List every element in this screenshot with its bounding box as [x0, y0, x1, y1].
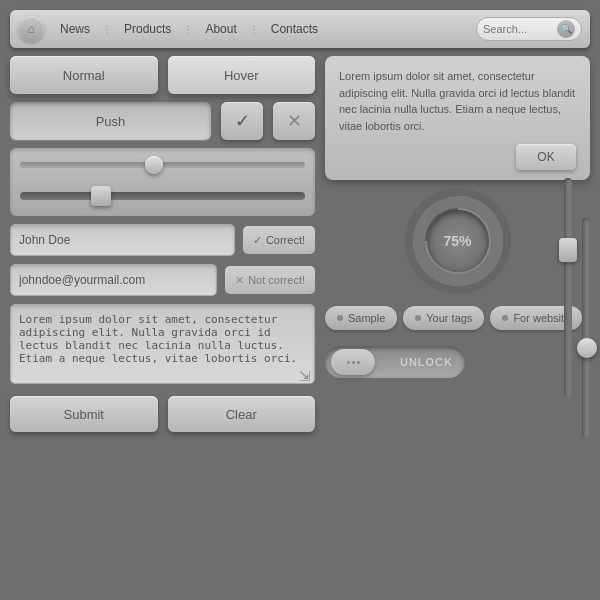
unlock-row: UNLOCK — [325, 346, 590, 378]
main-textarea[interactable]: Lorem ipsum dolor sit amet, consectetur … — [10, 304, 315, 384]
unlock-thumb — [331, 349, 375, 375]
nav-item-products[interactable]: Products — [116, 18, 179, 40]
textarea-wrap: Lorem ipsum dolor sit amet, consectetur … — [10, 304, 315, 388]
nav-sep-1: ⋮ — [102, 24, 112, 35]
submit-row: Submit Clear — [10, 396, 315, 432]
unlock-label: UNLOCK — [400, 356, 453, 368]
incorrect-label: Not correct! — [248, 274, 305, 286]
correct-label: Correct! — [266, 234, 305, 246]
submit-button[interactable]: Submit — [10, 396, 158, 432]
tag-label-website: For website — [513, 312, 570, 324]
circular-progress: 75% — [413, 196, 503, 286]
tag-sample[interactable]: Sample — [325, 306, 397, 330]
dialog-text: Lorem ipsum dolor sit amet, consectetur … — [339, 68, 576, 134]
nav-item-about[interactable]: About — [197, 18, 244, 40]
checkbox-checked[interactable]: ✓ — [221, 102, 263, 140]
button-row-2: Push ✓ ✕ — [10, 102, 315, 140]
search-input[interactable] — [483, 23, 553, 35]
correct-badge: ✓ Correct! — [243, 226, 315, 254]
x-icon: ✕ — [235, 274, 244, 287]
tag-label-sample: Sample — [348, 312, 385, 324]
name-field-group: ✓ Correct! — [10, 224, 315, 256]
slider-thumb-1[interactable] — [145, 156, 163, 174]
v-slider-thumb-2[interactable] — [577, 338, 597, 358]
name-input[interactable] — [10, 224, 235, 256]
circular-progress-wrap: 75% — [325, 188, 590, 294]
check-icon: ✓ — [253, 234, 262, 247]
progress-inner: 75% — [427, 210, 489, 272]
tag-label-yourtags: Your tags — [426, 312, 472, 324]
search-button[interactable]: 🔍 — [557, 20, 575, 38]
home-icon[interactable]: ⌂ — [18, 16, 44, 42]
slider-container — [10, 148, 315, 216]
tag-dot-icon — [337, 315, 343, 321]
incorrect-badge: ✕ Not correct! — [225, 266, 315, 294]
v-slider-track-2 — [582, 218, 590, 438]
nav-items: News ⋮ Products ⋮ About ⋮ Contacts — [52, 18, 476, 40]
slider-thumb-2[interactable] — [91, 186, 111, 206]
slider-2-wrap — [20, 188, 305, 208]
slider-track-2 — [20, 192, 305, 200]
unlock-dot-1 — [347, 361, 350, 364]
slider-track-1 — [20, 162, 305, 168]
vertical-sliders — [564, 48, 590, 528]
normal-button[interactable]: Normal — [10, 56, 158, 94]
nav-item-contacts[interactable]: Contacts — [263, 18, 326, 40]
unlock-dot-3 — [357, 361, 360, 364]
left-panel: Normal Hover Push ✓ ✕ — [10, 56, 315, 432]
tag-dot-icon-2 — [415, 315, 421, 321]
nav-sep-2: ⋮ — [183, 24, 193, 35]
resize-handle-icon: ⇲ — [299, 368, 311, 384]
checkbox-crossed[interactable]: ✕ — [273, 102, 315, 140]
tag-dot-icon-3 — [502, 315, 508, 321]
unlock-dot-2 — [352, 361, 355, 364]
clear-button[interactable]: Clear — [168, 396, 316, 432]
search-bar: 🔍 — [476, 17, 582, 41]
push-button[interactable]: Push — [10, 102, 211, 140]
email-field-group: ✕ Not correct! — [10, 264, 315, 296]
v-slider-thumb-1[interactable] — [559, 238, 577, 262]
checkbox-group: ✓ ✕ — [221, 102, 315, 140]
slider-1-wrap — [20, 156, 305, 174]
navbar: ⌂ News ⋮ Products ⋮ About ⋮ Contacts 🔍 — [10, 10, 590, 48]
button-row-1: Normal Hover — [10, 56, 315, 94]
nav-item-news[interactable]: News — [52, 18, 98, 40]
dialog-box: Lorem ipsum dolor sit amet, consectetur … — [325, 56, 590, 180]
hover-button[interactable]: Hover — [168, 56, 316, 94]
main-content: Normal Hover Push ✓ ✕ — [10, 56, 590, 432]
v-slider-track-1 — [564, 178, 572, 398]
nav-sep-3: ⋮ — [249, 24, 259, 35]
right-panel: Lorem ipsum dolor sit amet, consectetur … — [325, 56, 590, 432]
tags-section: Sample Your tags For website — [325, 302, 590, 334]
unlock-track[interactable]: UNLOCK — [325, 346, 465, 378]
tag-yourtags[interactable]: Your tags — [403, 306, 484, 330]
progress-value: 75% — [443, 233, 471, 249]
email-input[interactable] — [10, 264, 217, 296]
